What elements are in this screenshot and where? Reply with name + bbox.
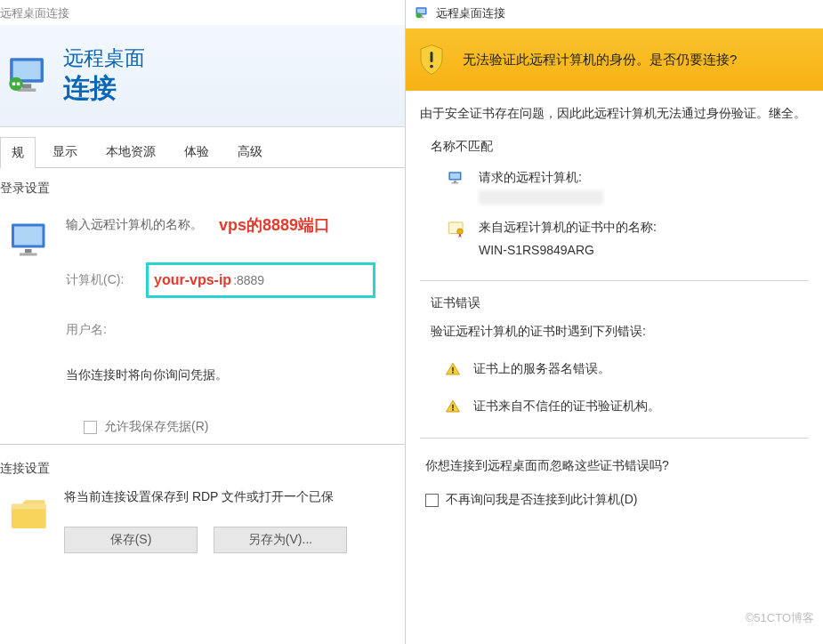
rdc-icon [5,53,54,102]
cert-name-label: 来自远程计算机的证书中的名称: [479,219,657,237]
folder-icon [9,496,50,534]
svg-rect-5 [12,82,15,85]
svg-rect-2 [22,84,31,88]
svg-rect-26 [452,367,454,372]
warn-band: 无法验证此远程计算机的身份。是否仍要连接? [406,28,823,91]
tab-advanced[interactable]: 高级 [226,136,274,167]
svg-rect-9 [25,249,32,254]
svg-point-4 [9,76,22,90]
svg-point-27 [452,372,454,374]
computer-small-icon [447,169,466,189]
dialog-title: 远程桌面连接 [436,5,505,21]
rdc-mini-icon [415,5,431,21]
computer-label: 计算机(C): [66,272,146,288]
svg-point-25 [457,229,463,234]
watermark: ©51CTO博客 [746,610,814,626]
cert-error-1: 证书上的服务器名错误。 [473,361,610,377]
cert-error-2: 证书来自不信任的证书验证机构。 [473,398,660,415]
save-cred-label: 允许我保存凭据(R) [104,419,208,435]
tabs: 规 显示 本地资源 体验 高级 [0,127,405,168]
dialog-title-bar: 远程桌面连接 [406,0,823,28]
header-band: 远程桌面 连接 [0,25,405,127]
svg-rect-14 [417,9,425,13]
tab-experience[interactable]: 体验 [173,136,221,167]
shield-warning-icon [418,44,445,76]
login-section-title: 登录设置 [0,181,405,197]
enter-name-prompt: 输入远程计算机的名称。 [66,217,203,233]
warn-desc: 由于安全证书存在问题，因此此远程计算机无法通过身份验证。继全。 [420,103,809,123]
svg-rect-10 [20,254,37,256]
requested-computer-value [479,190,603,205]
username-label: 用户名: [66,322,146,338]
svg-rect-8 [14,227,43,246]
tab-display[interactable]: 显示 [41,136,89,167]
login-block: 输入远程计算机的名称。 vps的8889端口 计算机(C): your-vps-… [0,202,405,445]
annotation-port: vps的8889端口 [219,214,330,236]
computer-annotation: your-vps-ip [154,272,231,288]
warning-triangle-icon [445,398,461,415]
checkbox-icon[interactable] [84,421,97,434]
cert-name-value: WIN-S1RS9849ARG [479,242,657,260]
svg-point-17 [416,12,422,18]
tab-general[interactable]: 规 [0,137,36,168]
saveas-button[interactable]: 另存为(V)... [214,527,347,553]
rdc-main-window: 远程桌面连接 远程桌面 连接 规 显示 本地资源 体验 高级 登录设置 [0,0,405,644]
warn-text: 无法验证此远程计算机的身份。是否仍要连接? [463,52,737,68]
username-value [146,319,270,341]
svg-point-29 [452,409,454,411]
dont-ask-label: 不再询问我是否连接到此计算机(D) [446,492,637,508]
svg-rect-23 [452,182,459,184]
window-title: 远程桌面连接 [0,0,405,25]
svg-rect-12 [12,504,46,510]
save-cred-checkbox-row[interactable]: 允许我保存凭据(R) [84,419,405,435]
svg-rect-18 [431,52,433,62]
checkbox-icon[interactable] [425,494,439,507]
tab-local-resources[interactable]: 本地资源 [94,136,167,167]
conn-block: 将当前连接设置保存到 RDP 文件或打开一个已保 保存(S) 另存为(V)... [0,486,405,562]
svg-rect-21 [450,173,460,179]
header-line1: 远程桌面 [63,44,145,72]
monitor-icon [9,220,52,262]
svg-rect-22 [454,181,456,183]
svg-rect-28 [452,405,454,409]
cert-error-title: 证书错误 [431,295,809,311]
save-button[interactable]: 保存(S) [64,527,198,553]
conn-text: 将当前连接设置保存到 RDP 文件或打开一个已保 [64,489,405,505]
name-mismatch-title: 名称不匹配 [431,139,809,155]
cert-error-desc: 验证远程计算机的证书时遇到下列错误: [431,324,809,340]
cert-warning-dialog: 远程桌面连接 无法验证此远程计算机的身份。是否仍要连接? 由于安全证书存在问题，… [405,0,823,644]
svg-rect-6 [17,82,20,85]
conn-section-title: 连接设置 [0,461,405,477]
svg-point-19 [430,65,433,68]
computer-input[interactable]: your-vps-ip :8889 [146,262,375,298]
warning-triangle-icon [445,361,461,377]
svg-rect-1 [13,60,41,79]
cred-prompt: 当你连接时将向你询问凭据。 [66,367,405,383]
computer-port: :8889 [233,273,264,287]
dont-ask-checkbox-row[interactable]: 不再询问我是否连接到此计算机(D) [425,492,809,508]
connect-question: 你想连接到远程桌面而忽略这些证书错误吗? [425,458,809,474]
requested-computer-label: 请求的远程计算机: [479,169,603,187]
certificate-icon [447,219,466,238]
header-line2: 连接 [63,70,145,107]
